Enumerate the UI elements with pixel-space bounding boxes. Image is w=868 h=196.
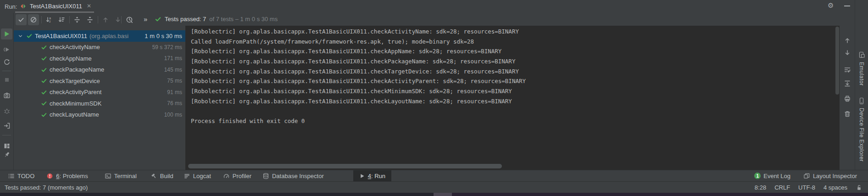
test-name: checkActivityName (50, 44, 100, 50)
tree-test-row[interactable]: checkPackageName 145 ms (14, 64, 185, 76)
console-line: [Robolectric] org.aplas.basicappx.TestA1… (185, 67, 840, 77)
tests-passed-count: Tests passed: 7 (165, 16, 206, 22)
close-icon[interactable]: ✕ (87, 3, 91, 9)
indent-setting[interactable]: 4 spaces (823, 184, 847, 191)
run-left-toolbar (0, 13, 14, 170)
test-name: checkPackageName (50, 66, 104, 73)
toolwindow-label: 4: Run (368, 173, 385, 179)
test-duration: 171 ms (161, 55, 182, 62)
more-actions-chevrons-icon[interactable]: » (144, 15, 147, 23)
toolbar-divider (69, 16, 70, 23)
file-encoding[interactable]: UTF-8 (798, 184, 815, 191)
toolwindow-todo[interactable]: TODO (8, 173, 34, 179)
test-passed-check-icon (41, 67, 47, 73)
toolwindow-logcat[interactable]: Logcat (184, 173, 211, 179)
scroll-to-end-button[interactable] (843, 79, 852, 88)
chevron-down-icon[interactable] (17, 33, 23, 39)
dock-item-emulator[interactable]: Emulator (855, 51, 868, 86)
print-button[interactable] (843, 94, 852, 103)
unlock-icon[interactable] (856, 184, 862, 191)
play-icon (3, 30, 11, 38)
test-duration: 59 s 372 ms (149, 44, 182, 50)
suite-package: (org.aplas.basi (89, 33, 128, 39)
toolwindow-label: 6: Problems (56, 173, 88, 179)
refresh-results-button[interactable] (1, 56, 12, 67)
test-name: checkMinimumSDK (50, 100, 101, 107)
line-separator[interactable]: CRLF (774, 184, 790, 191)
toolwindow-profiler[interactable]: Profiler (223, 173, 251, 179)
pin-icon (3, 151, 11, 158)
tree-test-row[interactable]: checkActivityParent 91 ms (14, 87, 185, 98)
show-ignored-button[interactable] (28, 14, 39, 25)
toolwindow-label: Database Inspector (272, 173, 324, 179)
clear-all-button[interactable] (843, 109, 852, 118)
sort-by-duration-button[interactable] (56, 14, 67, 25)
attach-process-button[interactable] (1, 120, 12, 131)
scroll-up-button[interactable] (843, 36, 852, 45)
tree-test-row[interactable]: checkTargetDevice 75 ms (14, 75, 185, 87)
suite-duration: 1 m 0 s 30 ms (141, 33, 182, 39)
camera-icon (3, 92, 11, 99)
collapse-all-button[interactable] (84, 14, 95, 25)
arrow-up-icon (844, 37, 851, 44)
sort-duration-icon (58, 16, 65, 23)
arrow-up-icon (102, 16, 109, 23)
stop-icon (3, 76, 11, 84)
test-passed-check-icon (41, 89, 47, 95)
expand-all-button[interactable] (72, 14, 83, 25)
toolwindow-problems[interactable]: 6: Problems (46, 173, 88, 179)
run-tool-window: Run: TestA1BasicUIX011 ✕ ⚙ az (0, 0, 868, 196)
toolwindow-database-inspector[interactable]: Database Inspector (262, 173, 324, 179)
status-bar: Tests passed: 7 (moments ago) 8:28 CRLF … (0, 182, 868, 193)
printer-icon (844, 95, 851, 102)
console-line: [Robolectric] org.aplas.basicappx.TestA1… (185, 46, 840, 56)
rerun-tests-button[interactable] (1, 28, 12, 39)
test-duration: 75 ms (163, 78, 182, 84)
play-rerun-icon (3, 46, 11, 53)
test-duration: 91 ms (163, 89, 182, 95)
screenshot-button[interactable] (1, 90, 12, 101)
gear-icon[interactable]: ⚙ (828, 1, 834, 10)
console-output[interactable]: [Robolectric] org.aplas.basicappx.TestA1… (185, 26, 840, 170)
test-history-button[interactable] (124, 14, 135, 25)
toolwindow-label: TODO (17, 173, 34, 179)
status-message: Tests passed: 7 (moments ago) (5, 184, 88, 191)
toolwindow-terminal[interactable]: Terminal (105, 173, 137, 179)
tree-test-row[interactable]: checkMinimumSDK 76 ms (14, 98, 185, 109)
console-vertical-scrollbar[interactable] (835, 27, 839, 95)
layout-inspector-button[interactable]: Layout Inspector (803, 173, 857, 179)
toolwindow-label: Build (160, 173, 173, 179)
clock-history-icon (126, 16, 134, 24)
tree-root-row[interactable]: TestA1BasicUIX011 (org.aplas.basi 1 m 0 … (14, 30, 185, 42)
sort-alphabetically-button[interactable]: az (44, 14, 55, 25)
tests-passed-check-icon (155, 16, 161, 22)
previous-failed-test-button[interactable] (100, 14, 111, 25)
run-tab[interactable]: TestA1BasicUIX011 ✕ (15, 0, 96, 12)
todo-list-icon (8, 173, 15, 179)
soft-wrap-button[interactable] (843, 65, 852, 74)
toolbar-divider (121, 16, 122, 23)
console-line: Process finished with exit code 0 (185, 116, 840, 126)
dock-item-device-file-explorer[interactable]: Device File Explorer (855, 97, 868, 162)
active-tab-underline (15, 11, 94, 13)
rerun-failed-tests-button[interactable] (1, 44, 12, 55)
show-passed-button[interactable] (16, 14, 27, 25)
tree-test-row[interactable]: checkAppName 171 ms (14, 53, 185, 64)
pin-tab-button[interactable] (1, 149, 12, 160)
minimize-icon[interactable] (844, 6, 850, 6)
test-passed-check-icon (41, 78, 47, 84)
profile-tests-button[interactable] (1, 106, 12, 117)
event-log-button[interactable]: 1 Event Log (754, 173, 790, 179)
console-horizontal-scrollbar[interactable] (188, 164, 502, 168)
bottom-edge-scroll-thumb[interactable] (434, 193, 452, 196)
caret-position[interactable]: 8:28 (755, 184, 766, 191)
test-passed-check-icon (41, 55, 47, 62)
tree-test-row[interactable]: checkActivityName 59 s 372 ms (14, 42, 185, 53)
scroll-down-button[interactable] (843, 48, 852, 57)
next-failed-test-button[interactable] (112, 14, 123, 25)
toolwindow-build[interactable]: Build (150, 173, 173, 179)
tree-test-row[interactable]: checkLayoutName 100 ms (14, 109, 185, 121)
stop-button[interactable] (1, 74, 12, 85)
console-line: [Robolectric] org.aplas.basicappx.TestA1… (185, 76, 840, 86)
toolwindow-run-active[interactable]: 4: Run (353, 170, 391, 181)
